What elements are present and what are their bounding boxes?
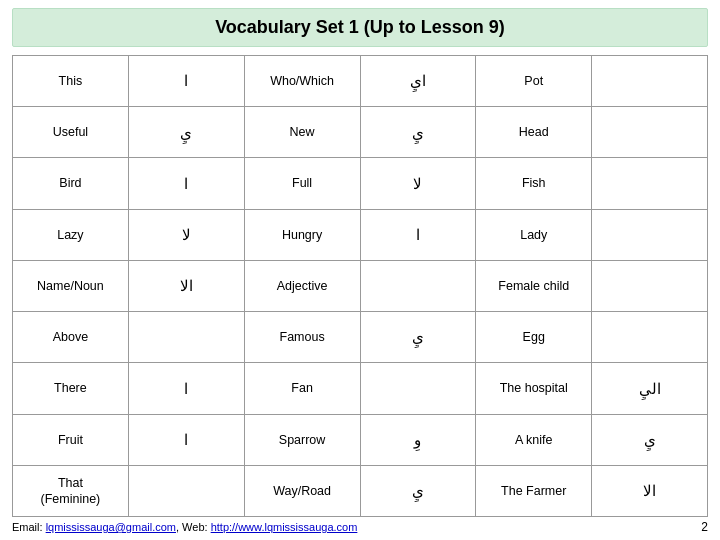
table-cell: ا [361,210,477,261]
email-link[interactable]: lqmississauga@gmail.com [46,521,176,533]
table-cell: Egg [476,312,592,363]
table-cell: Fan [245,363,361,414]
table-cell: Female child [476,261,592,312]
table-cell: لا [361,158,477,209]
table-cell [361,363,477,414]
table-cell: Full [245,158,361,209]
table-cell: The Farmer [476,466,592,517]
table-cell [592,56,708,107]
footer: Email: lqmississauga@gmail.com, Web: htt… [12,517,708,536]
table-cell: New [245,107,361,158]
page-title: Vocabulary Set 1 (Up to Lesson 9) [12,8,708,47]
page-number: 2 [701,520,708,534]
table-cell: يِ [361,312,477,363]
table-cell: Above [13,312,129,363]
table-cell: Who/Which [245,56,361,107]
table-cell: ا [129,56,245,107]
table-cell: ايِ [361,56,477,107]
web-link[interactable]: http://www.lqmississauga.com [211,521,358,533]
table-cell: Pot [476,56,592,107]
page-wrapper: Vocabulary Set 1 (Up to Lesson 9) ThisاW… [0,0,720,540]
table-cell: Hungry [245,210,361,261]
table-cell: Lazy [13,210,129,261]
table-cell: الا [592,466,708,517]
vocab-table: ThisاWho/WhichايِPotUsefulيِNewيِHeadBir… [12,55,708,517]
table-cell: ا [129,363,245,414]
table-cell: There [13,363,129,414]
table-cell: يِ [361,466,477,517]
table-cell: Fish [476,158,592,209]
table-cell: يِ [361,107,477,158]
table-cell: Famous [245,312,361,363]
table-cell: The hospital [476,363,592,414]
table-cell: وِ [361,415,477,466]
footer-links: Email: lqmississauga@gmail.com, Web: htt… [12,521,357,533]
table-cell: Adjective [245,261,361,312]
table-cell: Name/Noun [13,261,129,312]
table-cell [592,261,708,312]
table-cell: ا [129,415,245,466]
table-cell: لا [129,210,245,261]
table-cell: A knife [476,415,592,466]
email-label: Email: [12,521,46,533]
table-cell: Lady [476,210,592,261]
table-cell [592,107,708,158]
table-cell: Sparrow [245,415,361,466]
table-cell: Way/Road [245,466,361,517]
table-cell: That (Feminine) [13,466,129,517]
table-cell: This [13,56,129,107]
table-cell [592,158,708,209]
table-cell: اليِ [592,363,708,414]
table-cell [592,210,708,261]
table-cell [129,466,245,517]
table-cell: الا [129,261,245,312]
table-cell [592,312,708,363]
table-cell: Bird [13,158,129,209]
table-cell: Head [476,107,592,158]
table-cell: Fruit [13,415,129,466]
table-cell [129,312,245,363]
table-cell: Useful [13,107,129,158]
table-cell: يِ [592,415,708,466]
table-cell [361,261,477,312]
table-cell: يِ [129,107,245,158]
table-cell: ا [129,158,245,209]
